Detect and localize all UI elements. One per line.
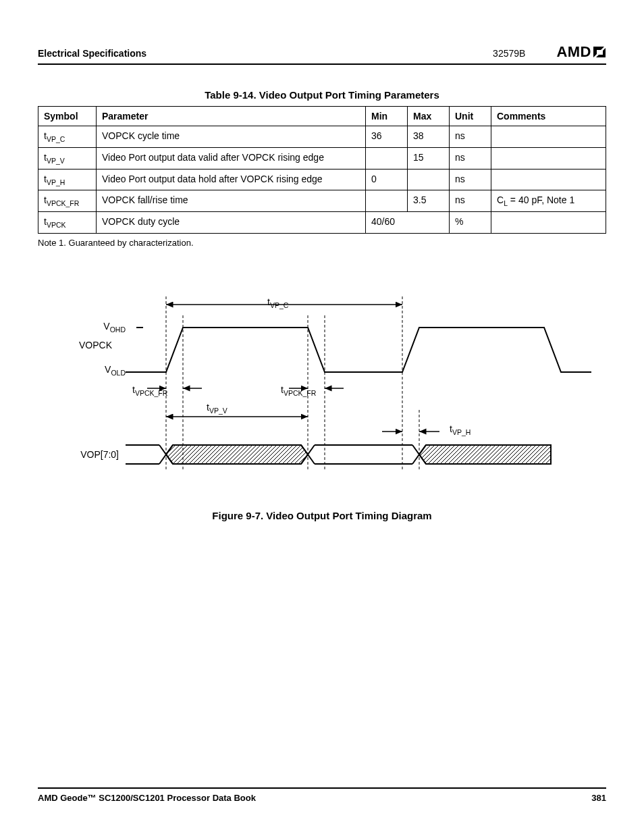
amd-logo: AMD <box>556 43 606 61</box>
cell-max: 15 <box>408 147 450 169</box>
table-header-row: Symbol Parameter Min Max Unit Comments <box>38 107 606 126</box>
table-row: tVPCK_FR VOPCK fall/rise time 3.5 ns CL … <box>38 190 606 212</box>
footer-page: 381 <box>591 793 606 803</box>
table-row: tVP_C VOPCK cycle time 36 38 ns <box>38 126 606 148</box>
section-title: Electrical Specifications <box>38 48 146 59</box>
cell-unit: ns <box>450 190 491 212</box>
th-comments: Comments <box>491 107 606 126</box>
cell-comments <box>491 147 606 169</box>
timing-param-table: Symbol Parameter Min Max Unit Comments t… <box>38 106 606 234</box>
cell-symbol: tVP_C <box>38 126 97 148</box>
cell-min: 36 <box>366 126 408 148</box>
cell-comments: CL = 40 pF, Note 1 <box>491 190 606 212</box>
doc-code: 32579B <box>493 48 525 59</box>
th-symbol: Symbol <box>38 107 97 126</box>
th-min: Min <box>366 107 408 126</box>
page-header: Electrical Specifications 32579B AMD <box>38 43 606 65</box>
th-max: Max <box>408 107 450 126</box>
table-row: tVPCK VOPCK duty cycle 40/60 % <box>38 212 606 234</box>
cell-unit: ns <box>450 147 491 169</box>
cell-parameter: VOPCK fall/rise time <box>97 190 366 212</box>
cell-minmax: 40/60 <box>366 212 450 234</box>
cell-unit: ns <box>450 169 491 190</box>
cell-parameter: Video Port output data hold after VOPCK … <box>97 169 366 190</box>
th-unit: Unit <box>450 107 491 126</box>
cell-parameter: VOPCK cycle time <box>97 126 366 148</box>
cell-max <box>408 169 450 190</box>
cell-unit: ns <box>450 126 491 148</box>
cell-parameter: Video Port output data valid after VOPCK… <box>97 147 366 169</box>
header-right: 32579B AMD <box>493 43 606 61</box>
page-footer: AMD Geode™ SC1200/SC1201 Processor Data … <box>38 787 606 803</box>
cell-symbol: tVP_V <box>38 147 97 169</box>
label-vopck: VOPCK <box>38 340 112 350</box>
cell-comments <box>491 169 606 190</box>
cell-symbol: tVP_H <box>38 169 97 190</box>
cell-comments <box>491 126 606 148</box>
cell-max: 3.5 <box>408 190 450 212</box>
cell-min: 0 <box>366 169 408 190</box>
cell-min <box>366 190 408 212</box>
th-parameter: Parameter <box>97 107 366 126</box>
figure-caption: Figure 9-7. Video Output Port Timing Dia… <box>38 510 606 521</box>
cell-symbol: tVPCK_FR <box>38 190 97 212</box>
cell-parameter: VOPCK duty cycle <box>97 212 366 234</box>
cell-symbol: tVPCK <box>38 212 97 234</box>
cell-max: 38 <box>408 126 450 148</box>
timing-diagram: VOHD VOPCK VOLD VOP[7:0] tVP_C tVPCK_FR … <box>38 288 606 504</box>
cell-unit: % <box>450 212 491 234</box>
table-caption: Table 9-14. Video Output Port Timing Par… <box>38 89 606 101</box>
table-row: tVP_V Video Port output data valid after… <box>38 147 606 169</box>
timing-svg <box>105 288 618 491</box>
cell-min <box>366 147 408 169</box>
table-row: tVP_H Video Port output data hold after … <box>38 169 606 190</box>
table-note: Note 1. Guaranteed by characterization. <box>38 238 606 248</box>
footer-book: AMD Geode™ SC1200/SC1201 Processor Data … <box>38 793 256 803</box>
cell-comments <box>491 212 606 234</box>
